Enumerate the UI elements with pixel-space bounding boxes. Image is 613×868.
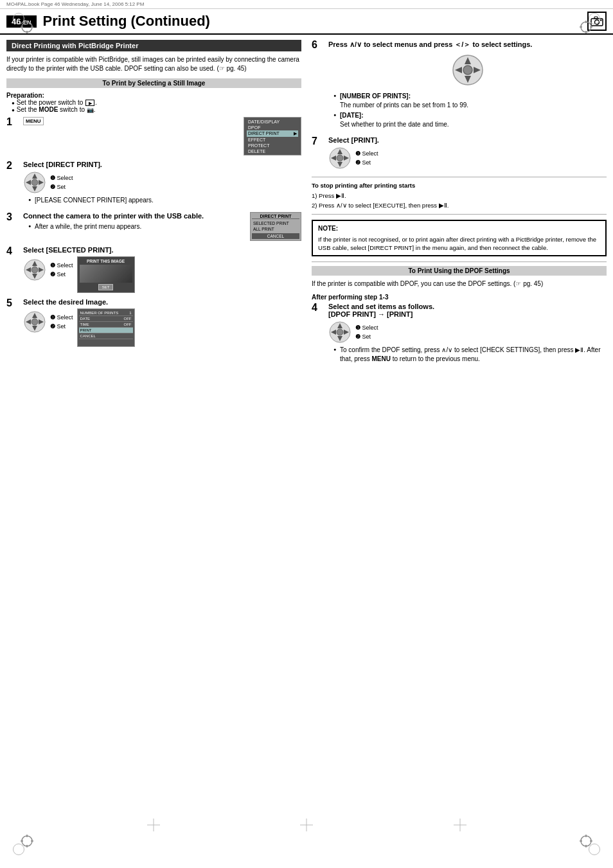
svg-point-59 <box>337 329 343 335</box>
dpof-step-4-number: 4 <box>312 303 324 313</box>
preparation: Preparation: Set the power switch to ▶. … <box>6 92 301 113</box>
joystick-step7 <box>328 146 351 170</box>
step-2-bullet: [PLEASE CONNECT PRINTER] appears. <box>28 196 301 205</box>
dpof-header: To Print Using the DPOF Settings <box>312 266 607 276</box>
page-header: 46 EN Print Setting (Continued) <box>0 9 613 35</box>
menu-item-protect: PROTECT <box>247 143 298 148</box>
step-3-title: Connect the camera to the printer with t… <box>23 212 246 220</box>
selected-print-screen: PRINT THIS IMAGE SET <box>77 256 135 293</box>
left-column: Direct Printing with PictBridge Printer … <box>6 40 301 371</box>
after-step-label: After performing step 1-3 <box>312 294 607 301</box>
dpof-bullet: To confirm the DPOF setting, press ∧/∨ t… <box>333 346 607 364</box>
step-4-number: 4 <box>6 246 19 256</box>
prep-list: Set the power switch to ▶. Set the MODE … <box>6 99 301 113</box>
stop-print-title: To stop printing after printing starts <box>312 181 607 190</box>
joystick-step5 <box>23 310 46 333</box>
svg-point-47 <box>463 66 472 75</box>
step-3-bullet: After a while, the print menu appears. <box>28 222 246 231</box>
step-5-title: Select the desired Image. <box>23 298 301 306</box>
step-5-number: 5 <box>6 298 19 308</box>
joystick-step2 <box>23 171 46 194</box>
set-label-2: ❷ Set <box>50 182 73 191</box>
settings-row-2: DATEOFF <box>79 316 133 322</box>
set-label-5: ❷ Set <box>50 322 73 331</box>
menu-item-effect: EFFECT <box>247 137 298 143</box>
svg-point-35 <box>31 267 38 273</box>
step-2-title: Select [DIRECT PRINT]. <box>23 161 301 168</box>
dpof-section: To Print Using the DPOF Settings If the … <box>312 266 607 366</box>
select-label-dpof4: ❶ Select <box>355 323 378 332</box>
settings-row-1: NUMBER OF PRINTS1 <box>79 310 133 316</box>
menu-item-direct-print: DIRECT PRINT▶ <box>247 130 298 137</box>
joystick-step4 <box>23 258 46 281</box>
stop-item-1: 1) Press ▶Ⅱ. <box>312 191 607 200</box>
step-6-title: Press ∧/∨ to select menus and press ＜/＞ … <box>328 40 607 49</box>
step-4: 4 Select [SELECTED PRINT]. <box>6 246 301 293</box>
svg-point-41 <box>31 319 38 325</box>
joystick-dpof4 <box>328 321 351 344</box>
step-7-title: Select [PRINT]. <box>328 136 607 144</box>
step-3-number: 3 <box>6 212 19 222</box>
divider-2 <box>312 214 607 215</box>
bullet-num-prints: [NUMBER OF PRINTS]:The number of prints … <box>333 92 607 110</box>
divider-1 <box>312 177 607 177</box>
page-meta: MO4PAL.book Page 46 Wednesday, June 14, … <box>0 0 613 9</box>
section-header: Direct Printing with PictBridge Printer <box>6 40 301 51</box>
select-label-7: ❶ Select <box>355 149 378 158</box>
svg-point-53 <box>337 155 343 161</box>
set-label-4: ❷ Set <box>50 270 73 279</box>
settings-row-5: CANCEL <box>79 333 133 339</box>
right-column: 6 Press ∧/∨ to select menus and press ＜/… <box>312 40 607 371</box>
step-6-number: 6 <box>312 40 324 50</box>
menu-item-date: DATE/DISPLAY <box>247 119 298 125</box>
menu-label: MENU <box>23 117 44 125</box>
set-label-7: ❷ Set <box>355 158 378 167</box>
settings-row-4: PRINT <box>79 328 133 333</box>
step-1: 1 MENU DATE/DISPLAY DPOF DIRECT PRINT▶ <box>6 117 301 155</box>
step-6: 6 Press ∧/∨ to select menus and press ＜/… <box>312 40 607 131</box>
svg-point-0 <box>22 22 32 32</box>
stop-print-section: To stop printing after printing starts 1… <box>312 181 607 210</box>
print-screen: DIRECT PRINT SELECTED PRINT ALL PRINT CA… <box>250 212 301 241</box>
joystick-step6 <box>451 53 484 87</box>
step-1-number: 1 <box>6 117 19 127</box>
note-text: If the printer is not recognised, or to … <box>318 235 600 252</box>
svg-point-29 <box>31 179 38 186</box>
main-content: Direct Printing with PictBridge Printer … <box>0 35 613 376</box>
select-label-2: ❶ Select <box>50 173 73 182</box>
step-5: 5 Select the desired Image. <box>6 298 301 347</box>
prep-item-2: Set the MODE switch to 📷. <box>12 106 301 113</box>
page-title: Print Setting (Continued) <box>43 13 587 30</box>
note-title: NOTE: <box>318 224 600 233</box>
stop-item-2: 2) Press ∧/∨ to select [EXECUTE], then p… <box>312 201 607 210</box>
svg-point-5 <box>581 22 591 32</box>
step-4-title: Select [SELECTED PRINT]. <box>23 246 301 254</box>
step-7: 7 Select [PRINT]. <box>312 136 607 172</box>
settings-row-3: TIMEOFF <box>79 322 133 328</box>
step-2: 2 Select [DIRECT PRINT]. <box>6 161 301 207</box>
menu-item-dpof: DPOF <box>247 125 298 130</box>
svg-point-10 <box>22 836 32 846</box>
note-box: NOTE: If the printer is not recognised, … <box>312 220 607 257</box>
dpof-step-4: 4 Select and set items as follows.[DPOF … <box>312 303 607 366</box>
dpof-step-4-title: Select and set items as follows.[DPOF PR… <box>328 303 607 318</box>
dpof-intro: If the printer is compatible with DPOF, … <box>312 279 607 288</box>
svg-rect-23 <box>600 20 602 21</box>
menu-item-delete: DELETE <box>247 148 298 154</box>
print-screen-container: DIRECT PRINT SELECTED PRINT ALL PRINT CA… <box>250 212 301 241</box>
step-3: 3 Connect the camera to the printer with… <box>6 212 301 241</box>
step-7-number: 7 <box>312 136 324 146</box>
subsection-header: To Print by Selecting a Still Image <box>6 78 301 88</box>
settings-screen: NUMBER OF PRINTS1 DATEOFF TIMEOFF PRINT … <box>77 308 135 347</box>
intro-text: If your printer is compatible with PictB… <box>6 55 301 73</box>
step-2-number: 2 <box>6 161 19 171</box>
select-label-5: ❶ Select <box>50 313 73 322</box>
prep-item-1: Set the power switch to ▶. <box>12 99 301 106</box>
bullet-date: [DATE]:Set whether to print the date and… <box>333 111 607 129</box>
divider-3 <box>312 261 607 262</box>
set-label-dpof4: ❷ Set <box>355 332 378 341</box>
select-label-4: ❶ Select <box>50 261 73 270</box>
menu-screen: DATE/DISPLAY DPOF DIRECT PRINT▶ EFFECT P… <box>244 117 301 155</box>
svg-point-15 <box>581 836 591 846</box>
